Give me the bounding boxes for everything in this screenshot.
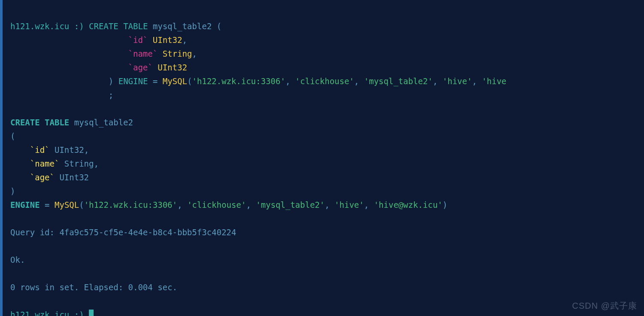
prompt-host: h121.wzk.icu :) xyxy=(10,21,84,31)
cursor-icon xyxy=(89,310,94,316)
punct-lparen: ( xyxy=(217,21,222,31)
col-age-type: UInt32 xyxy=(158,63,187,72)
indent xyxy=(10,76,109,86)
punct-lparen: ( xyxy=(79,200,84,210)
col-name-type: String xyxy=(163,49,192,58)
punct-comma: , xyxy=(286,76,295,86)
punct-comma: , xyxy=(84,145,89,155)
echo-table-name: mysql_table2 xyxy=(74,118,133,127)
punct-semi: ; xyxy=(109,90,113,100)
scroll-indicator[interactable] xyxy=(0,0,3,316)
col-name-name: `name` xyxy=(128,49,158,58)
echo-eq: = xyxy=(45,200,49,210)
echo-mysql-fn: MySQL xyxy=(55,200,79,210)
table-name: mysql_table2 xyxy=(153,21,212,31)
indent xyxy=(10,90,109,100)
punct-comma: , xyxy=(182,35,187,45)
arg-table: 'mysql_table2' xyxy=(364,76,433,86)
punct-comma: , xyxy=(472,76,482,86)
arg-user: 'hive' xyxy=(443,76,472,86)
watermark-text: CSDN @武子康 xyxy=(572,299,637,313)
punct-rparen: ) xyxy=(443,200,447,210)
punct-comma: , xyxy=(192,49,197,58)
rows-text: 0 rows in set. Elapsed: 0.004 sec. xyxy=(10,283,177,292)
engine-mysql: MySQL xyxy=(163,76,187,86)
keyword-engine: ENGINE xyxy=(118,76,148,86)
echo-col-age: `age` xyxy=(30,173,55,182)
query-id-label: Query id: xyxy=(10,228,55,237)
punct-comma: , xyxy=(325,200,334,210)
punct-comma: , xyxy=(246,200,256,210)
punct-eq: = xyxy=(153,76,158,86)
echo-col-age-type: UInt32 xyxy=(59,173,89,182)
punct-comma: , xyxy=(433,76,443,86)
indent xyxy=(10,35,109,45)
ok-text: Ok. xyxy=(10,255,25,264)
arg-db: 'clickhouse' xyxy=(295,76,354,86)
punct-comma: , xyxy=(354,76,364,86)
echo-rparen: ) xyxy=(10,186,15,196)
terminal-output[interactable]: h121.wzk.icu :) CREATE TABLE mysql_table… xyxy=(10,19,644,316)
col-id-type: UInt32 xyxy=(153,35,182,45)
arg-pass-trunc: 'hive xyxy=(482,76,506,86)
col-age-name: `age` xyxy=(128,63,153,72)
col-id-name: `id` xyxy=(128,35,148,45)
query-id: 4fa9c575-cf5e-4e4e-b8c4-bbb5f3c40224 xyxy=(59,228,236,237)
keyword-create: CREATE xyxy=(89,21,118,31)
echo-arg-table: 'mysql_table2' xyxy=(256,200,325,210)
echo-col-id: `id` xyxy=(30,145,50,155)
echo-col-name: `name` xyxy=(30,159,60,168)
echo-col-id-type: UInt32 xyxy=(55,145,84,155)
echo-lparen: ( xyxy=(10,131,15,141)
echo-arg-host: 'h122.wzk.icu:3306' xyxy=(84,200,177,210)
punct-comma: , xyxy=(177,200,187,210)
echo-col-name-type: String xyxy=(64,159,94,168)
prompt-host: h121.wzk.icu :) xyxy=(10,310,84,316)
echo-engine: ENGINE xyxy=(10,200,40,210)
arg-host: 'h122.wzk.icu:3306' xyxy=(192,76,285,86)
indent xyxy=(10,63,109,72)
echo-arg-pass: 'hive@wzk.icu' xyxy=(374,200,443,210)
punct-comma: , xyxy=(364,200,374,210)
echo-create-table: CREATE TABLE xyxy=(10,118,69,127)
indent xyxy=(10,49,109,58)
echo-arg-db: 'clickhouse' xyxy=(187,200,246,210)
keyword-table: TABLE xyxy=(123,21,148,31)
echo-arg-user: 'hive' xyxy=(334,200,364,210)
punct-rparen: ) xyxy=(109,76,113,86)
punct-lparen: ( xyxy=(187,76,192,86)
punct-comma: , xyxy=(94,159,99,168)
